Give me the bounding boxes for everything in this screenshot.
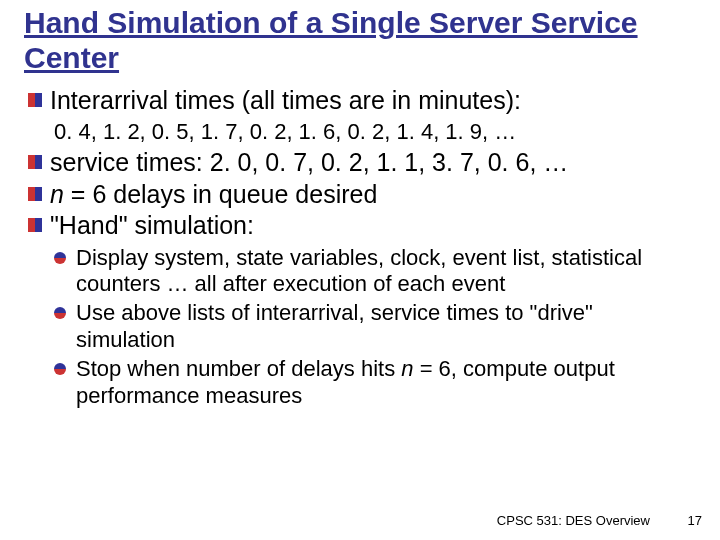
circle-bullet-icon [54, 252, 66, 264]
footer-text: CPSC 531: DES Overview [497, 513, 650, 528]
square-bullet-icon [28, 218, 42, 232]
sub-bullet-list: Display system, state variables, clock, … [24, 245, 696, 410]
bullet-text: "Hand" simulation: [50, 211, 254, 239]
circle-bullet-icon [54, 363, 66, 375]
interarrival-values: 0. 4, 1. 2, 0. 5, 1. 7, 0. 2, 1. 6, 0. 2… [54, 118, 696, 146]
sub-bullet-text: Use above lists of interarrival, service… [76, 300, 593, 352]
slide-title: Hand Simulation of a Single Server Servi… [24, 6, 696, 75]
square-bullet-icon [28, 93, 42, 107]
circle-bullet-icon [54, 307, 66, 319]
bullet-list: Interarrival times (all times are in min… [24, 85, 696, 241]
square-bullet-icon [28, 187, 42, 201]
bullet-text: service times: 2. 0, 0. 7, 0. 2, 1. 1, 3… [50, 148, 568, 176]
slide: Hand Simulation of a Single Server Servi… [0, 0, 720, 540]
bullet-item-hand-sim: "Hand" simulation: [24, 210, 696, 241]
bullet-text: n = 6 delays in queue desired [50, 180, 377, 208]
square-bullet-icon [28, 155, 42, 169]
sub-bullet-stop: Stop when number of delays hits n = 6, c… [24, 356, 696, 410]
bullet-item-interarrival: Interarrival times (all times are in min… [24, 85, 696, 116]
bullet-text: Interarrival times (all times are in min… [50, 86, 521, 114]
page-number: 17 [688, 513, 702, 528]
sub-bullet-use-lists: Use above lists of interarrival, service… [24, 300, 696, 354]
sub-bullet-display: Display system, state variables, clock, … [24, 245, 696, 299]
bullet-item-service-times: service times: 2. 0, 0. 7, 0. 2, 1. 1, 3… [24, 147, 696, 178]
sub-bullet-text: Display system, state variables, clock, … [76, 245, 642, 297]
sub-bullet-text: Stop when number of delays hits n = 6, c… [76, 356, 615, 408]
bullet-item-n-delays: n = 6 delays in queue desired [24, 179, 696, 210]
